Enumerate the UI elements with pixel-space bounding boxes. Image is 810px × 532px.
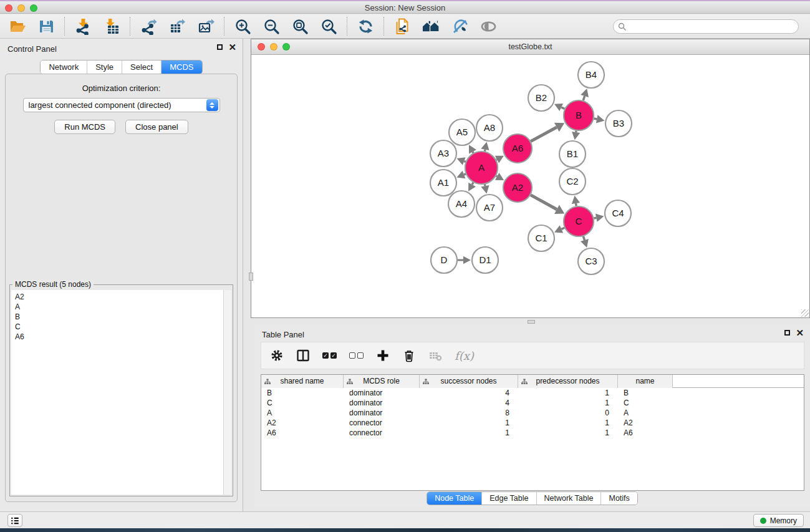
apply-function-icon[interactable]: f(x) (455, 349, 474, 362)
delete-table-icon[interactable] (428, 349, 442, 362)
save-session-icon[interactable] (37, 17, 55, 35)
open-session-icon[interactable] (9, 17, 26, 35)
graph-node-A[interactable]: A (465, 152, 498, 184)
tab-mcds[interactable]: MCDS (161, 60, 201, 74)
graph-node-A1[interactable]: A1 (430, 170, 456, 196)
table-row[interactable]: Cdominator41C (261, 398, 804, 408)
table-row[interactable]: Bdominator41B (261, 388, 804, 398)
column-header-mcds-role[interactable]: MCDS role (344, 375, 420, 388)
close-panel-button[interactable]: Close panel (125, 120, 188, 134)
export-image-icon[interactable] (197, 17, 215, 35)
graph-node-B2[interactable]: B2 (528, 85, 554, 111)
tab-network[interactable]: Network (41, 60, 87, 74)
graph-edge-A-A2[interactable] (496, 176, 498, 177)
close-panel-icon[interactable]: ✕ (228, 44, 236, 51)
close-table-panel-icon[interactable]: ✕ (796, 329, 804, 336)
graph-node-A3[interactable]: A3 (430, 140, 456, 167)
mcds-result-list[interactable]: A2ABCA6 (11, 290, 223, 495)
graph-node-A4[interactable]: A4 (448, 191, 475, 217)
memory-button[interactable]: Memory (753, 514, 804, 527)
column-header-name[interactable]: name (618, 375, 673, 388)
column-header-shared-name[interactable]: shared name (261, 375, 344, 388)
unselect-all-columns-icon[interactable] (349, 352, 364, 359)
show-columns-icon[interactable] (296, 349, 310, 362)
tab-style[interactable]: Style (87, 60, 122, 74)
list-item[interactable]: A (15, 302, 223, 312)
search-input[interactable] (613, 19, 799, 34)
graph-node-A7[interactable]: A7 (476, 195, 503, 221)
float-panel-icon[interactable] (217, 44, 223, 50)
optimization-criterion-select[interactable]: largest connected component (directed) (23, 98, 220, 112)
graph-node-A2[interactable]: A2 (503, 173, 532, 202)
graph-node-C1[interactable]: C1 (528, 225, 554, 251)
column-header-predecessor-nodes[interactable]: predecessor nodes (518, 375, 618, 388)
desktop-vertical-scrollbar[interactable] (249, 273, 253, 281)
graph-edge-B-B4[interactable] (583, 96, 584, 100)
graph-node-A5[interactable]: A5 (449, 119, 475, 145)
show-hide-graphics-icon[interactable] (480, 17, 497, 35)
export-network-icon[interactable] (140, 17, 157, 35)
list-item[interactable]: C (15, 322, 223, 332)
delete-columns-icon[interactable] (402, 349, 416, 362)
graph-edge-A6-B[interactable] (531, 127, 557, 142)
table-row[interactable]: Adominator80A (261, 408, 804, 418)
graph-node-A8[interactable]: A8 (476, 115, 503, 141)
graph-edge-B-B2[interactable] (561, 107, 564, 109)
graph-edge-A-A4[interactable] (472, 183, 473, 185)
table-row[interactable]: A6connector11A6 (261, 428, 804, 438)
graph-edge-C-C4[interactable] (594, 218, 596, 218)
resize-grip[interactable] (801, 309, 809, 317)
graph-edge-A-A3[interactable] (464, 162, 466, 162)
graph-node-A6[interactable]: A6 (503, 134, 532, 163)
graph-edge-A2-C[interactable] (531, 195, 557, 210)
graph-edge-A-A6[interactable] (496, 160, 497, 160)
graph-node-B3[interactable]: B3 (605, 110, 632, 137)
export-table-icon[interactable] (168, 17, 186, 35)
zoom-selected-icon[interactable] (320, 17, 337, 35)
graph-node-B[interactable]: B (564, 100, 594, 130)
graph-node-C2[interactable]: C2 (559, 168, 586, 195)
add-column-icon[interactable] (376, 349, 390, 362)
home-icon[interactable] (422, 17, 440, 35)
graph-edge-A-A8[interactable] (485, 150, 485, 152)
graph-node-B4[interactable]: B4 (578, 62, 604, 88)
zoom-out-icon[interactable] (263, 17, 280, 35)
graph-edge-C-C2[interactable] (576, 203, 576, 206)
graph-edge-C-C1[interactable] (561, 228, 564, 229)
table-settings-icon[interactable] (270, 349, 284, 362)
run-mcds-button[interactable]: Run MCDS (54, 120, 115, 134)
desktop-horizontal-scrollbar[interactable] (528, 320, 535, 324)
column-header-successor-nodes[interactable]: successor nodes (420, 375, 518, 388)
float-table-panel-icon[interactable] (784, 330, 790, 336)
tab-select[interactable]: Select (122, 60, 161, 74)
graph-edge-A-A1[interactable] (464, 174, 466, 175)
graph-edge-B-B3[interactable] (594, 118, 597, 119)
select-all-columns-icon[interactable]: ✓✓ (322, 352, 337, 359)
graph-edge-C-C3[interactable] (583, 236, 584, 240)
tab-edge-table[interactable]: Edge Table (481, 492, 536, 505)
import-table-icon[interactable] (103, 17, 120, 35)
import-network-icon[interactable] (74, 17, 92, 35)
list-item[interactable]: A6 (15, 332, 223, 342)
zoom-in-icon[interactable] (234, 17, 251, 35)
graph-edge-A-A7[interactable] (485, 184, 485, 186)
network-window-titlebar[interactable]: testGlobe.txt (251, 39, 809, 55)
task-history-button[interactable] (7, 514, 22, 527)
graph-node-C[interactable]: C (564, 206, 594, 236)
graph-edge-A-A5[interactable] (473, 152, 473, 153)
table-row[interactable]: A2connector11A2 (261, 418, 804, 428)
graph-node-C3[interactable]: C3 (578, 248, 604, 274)
list-item[interactable]: B (15, 312, 223, 322)
graph-node-B1[interactable]: B1 (559, 141, 586, 167)
zoom-fit-icon[interactable] (291, 17, 309, 35)
network-canvas[interactable]: AA6A2BCA1A3A4A5A7A8B1B2B3B4C1C2C3C4DD1 (251, 55, 809, 317)
list-item[interactable]: A2 (15, 292, 223, 302)
tab-network-table[interactable]: Network Table (536, 492, 601, 505)
graph-node-D1[interactable]: D1 (472, 247, 498, 273)
open-network-manager-icon[interactable] (393, 17, 411, 35)
vizmapper-icon[interactable] (451, 17, 468, 35)
tab-motifs[interactable]: Motifs (600, 492, 637, 505)
refresh-icon[interactable] (357, 17, 374, 35)
graph-node-D[interactable]: D (431, 247, 457, 273)
tab-node-table[interactable]: Node Table (427, 492, 481, 505)
